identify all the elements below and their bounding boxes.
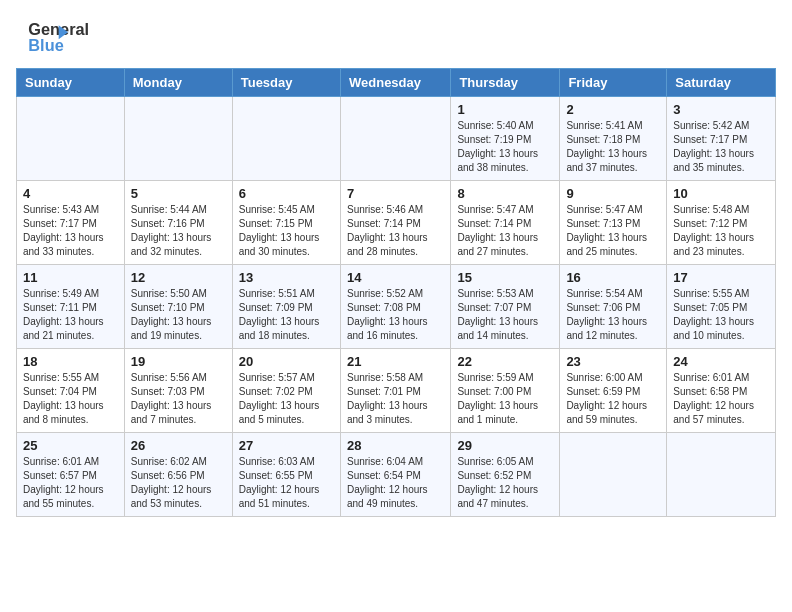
day-detail: Sunrise: 5:46 AM Sunset: 7:14 PM Dayligh… xyxy=(347,203,444,259)
day-detail: Sunrise: 6:02 AM Sunset: 6:56 PM Dayligh… xyxy=(131,455,226,511)
day-detail: Sunrise: 6:01 AM Sunset: 6:57 PM Dayligh… xyxy=(23,455,118,511)
day-number: 18 xyxy=(23,354,118,369)
day-number: 10 xyxy=(673,186,769,201)
weekday-header-cell: Monday xyxy=(124,69,232,97)
calendar-day-cell xyxy=(340,97,450,181)
calendar-day-cell: 23Sunrise: 6:00 AM Sunset: 6:59 PM Dayli… xyxy=(560,349,667,433)
day-number: 16 xyxy=(566,270,660,285)
calendar-day-cell: 15Sunrise: 5:53 AM Sunset: 7:07 PM Dayli… xyxy=(451,265,560,349)
day-detail: Sunrise: 5:47 AM Sunset: 7:14 PM Dayligh… xyxy=(457,203,553,259)
calendar-day-cell xyxy=(232,97,340,181)
day-number: 7 xyxy=(347,186,444,201)
calendar-day-cell: 16Sunrise: 5:54 AM Sunset: 7:06 PM Dayli… xyxy=(560,265,667,349)
day-detail: Sunrise: 6:04 AM Sunset: 6:54 PM Dayligh… xyxy=(347,455,444,511)
logo-icon: General Blue xyxy=(16,16,106,58)
calendar-day-cell: 17Sunrise: 5:55 AM Sunset: 7:05 PM Dayli… xyxy=(667,265,776,349)
day-number: 14 xyxy=(347,270,444,285)
day-number: 11 xyxy=(23,270,118,285)
calendar-day-cell: 3Sunrise: 5:42 AM Sunset: 7:17 PM Daylig… xyxy=(667,97,776,181)
calendar-day-cell: 19Sunrise: 5:56 AM Sunset: 7:03 PM Dayli… xyxy=(124,349,232,433)
calendar-day-cell: 6Sunrise: 5:45 AM Sunset: 7:15 PM Daylig… xyxy=(232,181,340,265)
day-detail: Sunrise: 5:51 AM Sunset: 7:09 PM Dayligh… xyxy=(239,287,334,343)
calendar-day-cell: 7Sunrise: 5:46 AM Sunset: 7:14 PM Daylig… xyxy=(340,181,450,265)
day-detail: Sunrise: 6:05 AM Sunset: 6:52 PM Dayligh… xyxy=(457,455,553,511)
calendar-day-cell: 2Sunrise: 5:41 AM Sunset: 7:18 PM Daylig… xyxy=(560,97,667,181)
day-detail: Sunrise: 5:44 AM Sunset: 7:16 PM Dayligh… xyxy=(131,203,226,259)
day-number: 4 xyxy=(23,186,118,201)
calendar-day-cell xyxy=(560,433,667,517)
calendar-day-cell: 24Sunrise: 6:01 AM Sunset: 6:58 PM Dayli… xyxy=(667,349,776,433)
day-detail: Sunrise: 5:53 AM Sunset: 7:07 PM Dayligh… xyxy=(457,287,553,343)
day-detail: Sunrise: 5:41 AM Sunset: 7:18 PM Dayligh… xyxy=(566,119,660,175)
day-number: 26 xyxy=(131,438,226,453)
calendar-day-cell: 14Sunrise: 5:52 AM Sunset: 7:08 PM Dayli… xyxy=(340,265,450,349)
calendar-day-cell: 11Sunrise: 5:49 AM Sunset: 7:11 PM Dayli… xyxy=(17,265,125,349)
day-detail: Sunrise: 5:58 AM Sunset: 7:01 PM Dayligh… xyxy=(347,371,444,427)
day-number: 8 xyxy=(457,186,553,201)
calendar-day-cell xyxy=(17,97,125,181)
calendar-day-cell: 25Sunrise: 6:01 AM Sunset: 6:57 PM Dayli… xyxy=(17,433,125,517)
day-number: 29 xyxy=(457,438,553,453)
calendar-day-cell: 29Sunrise: 6:05 AM Sunset: 6:52 PM Dayli… xyxy=(451,433,560,517)
day-detail: Sunrise: 5:57 AM Sunset: 7:02 PM Dayligh… xyxy=(239,371,334,427)
day-number: 19 xyxy=(131,354,226,369)
day-detail: Sunrise: 5:52 AM Sunset: 7:08 PM Dayligh… xyxy=(347,287,444,343)
day-number: 6 xyxy=(239,186,334,201)
calendar-week-row: 25Sunrise: 6:01 AM Sunset: 6:57 PM Dayli… xyxy=(17,433,776,517)
day-number: 5 xyxy=(131,186,226,201)
calendar-day-cell: 12Sunrise: 5:50 AM Sunset: 7:10 PM Dayli… xyxy=(124,265,232,349)
calendar-week-row: 18Sunrise: 5:55 AM Sunset: 7:04 PM Dayli… xyxy=(17,349,776,433)
day-detail: Sunrise: 5:50 AM Sunset: 7:10 PM Dayligh… xyxy=(131,287,226,343)
day-number: 12 xyxy=(131,270,226,285)
calendar-week-row: 4Sunrise: 5:43 AM Sunset: 7:17 PM Daylig… xyxy=(17,181,776,265)
calendar-day-cell: 10Sunrise: 5:48 AM Sunset: 7:12 PM Dayli… xyxy=(667,181,776,265)
calendar-week-row: 11Sunrise: 5:49 AM Sunset: 7:11 PM Dayli… xyxy=(17,265,776,349)
day-detail: Sunrise: 5:54 AM Sunset: 7:06 PM Dayligh… xyxy=(566,287,660,343)
weekday-header-cell: Tuesday xyxy=(232,69,340,97)
day-number: 20 xyxy=(239,354,334,369)
day-detail: Sunrise: 5:49 AM Sunset: 7:11 PM Dayligh… xyxy=(23,287,118,343)
day-detail: Sunrise: 5:47 AM Sunset: 7:13 PM Dayligh… xyxy=(566,203,660,259)
calendar-body: 1Sunrise: 5:40 AM Sunset: 7:19 PM Daylig… xyxy=(17,97,776,517)
svg-text:Blue: Blue xyxy=(28,36,63,54)
day-number: 17 xyxy=(673,270,769,285)
logo: General Blue xyxy=(16,16,106,58)
day-number: 2 xyxy=(566,102,660,117)
calendar-day-cell: 13Sunrise: 5:51 AM Sunset: 7:09 PM Dayli… xyxy=(232,265,340,349)
day-detail: Sunrise: 5:55 AM Sunset: 7:05 PM Dayligh… xyxy=(673,287,769,343)
calendar-day-cell: 27Sunrise: 6:03 AM Sunset: 6:55 PM Dayli… xyxy=(232,433,340,517)
calendar-day-cell: 28Sunrise: 6:04 AM Sunset: 6:54 PM Dayli… xyxy=(340,433,450,517)
calendar-day-cell xyxy=(667,433,776,517)
calendar-day-cell: 4Sunrise: 5:43 AM Sunset: 7:17 PM Daylig… xyxy=(17,181,125,265)
calendar-day-cell: 18Sunrise: 5:55 AM Sunset: 7:04 PM Dayli… xyxy=(17,349,125,433)
day-detail: Sunrise: 5:48 AM Sunset: 7:12 PM Dayligh… xyxy=(673,203,769,259)
weekday-header-cell: Saturday xyxy=(667,69,776,97)
calendar-day-cell: 1Sunrise: 5:40 AM Sunset: 7:19 PM Daylig… xyxy=(451,97,560,181)
page-header: General Blue xyxy=(16,16,776,58)
day-detail: Sunrise: 5:43 AM Sunset: 7:17 PM Dayligh… xyxy=(23,203,118,259)
calendar-table: SundayMondayTuesdayWednesdayThursdayFrid… xyxy=(16,68,776,517)
calendar-day-cell: 21Sunrise: 5:58 AM Sunset: 7:01 PM Dayli… xyxy=(340,349,450,433)
day-detail: Sunrise: 5:40 AM Sunset: 7:19 PM Dayligh… xyxy=(457,119,553,175)
calendar-day-cell xyxy=(124,97,232,181)
day-number: 23 xyxy=(566,354,660,369)
weekday-header-cell: Thursday xyxy=(451,69,560,97)
weekday-header-cell: Wednesday xyxy=(340,69,450,97)
day-detail: Sunrise: 5:55 AM Sunset: 7:04 PM Dayligh… xyxy=(23,371,118,427)
day-detail: Sunrise: 6:03 AM Sunset: 6:55 PM Dayligh… xyxy=(239,455,334,511)
calendar-day-cell: 8Sunrise: 5:47 AM Sunset: 7:14 PM Daylig… xyxy=(451,181,560,265)
day-number: 24 xyxy=(673,354,769,369)
calendar-day-cell: 26Sunrise: 6:02 AM Sunset: 6:56 PM Dayli… xyxy=(124,433,232,517)
calendar-day-cell: 20Sunrise: 5:57 AM Sunset: 7:02 PM Dayli… xyxy=(232,349,340,433)
calendar-day-cell: 22Sunrise: 5:59 AM Sunset: 7:00 PM Dayli… xyxy=(451,349,560,433)
weekday-header-cell: Sunday xyxy=(17,69,125,97)
day-number: 28 xyxy=(347,438,444,453)
calendar-day-cell: 5Sunrise: 5:44 AM Sunset: 7:16 PM Daylig… xyxy=(124,181,232,265)
day-number: 27 xyxy=(239,438,334,453)
day-number: 1 xyxy=(457,102,553,117)
day-detail: Sunrise: 5:56 AM Sunset: 7:03 PM Dayligh… xyxy=(131,371,226,427)
day-number: 22 xyxy=(457,354,553,369)
weekday-header-cell: Friday xyxy=(560,69,667,97)
day-number: 3 xyxy=(673,102,769,117)
day-number: 15 xyxy=(457,270,553,285)
